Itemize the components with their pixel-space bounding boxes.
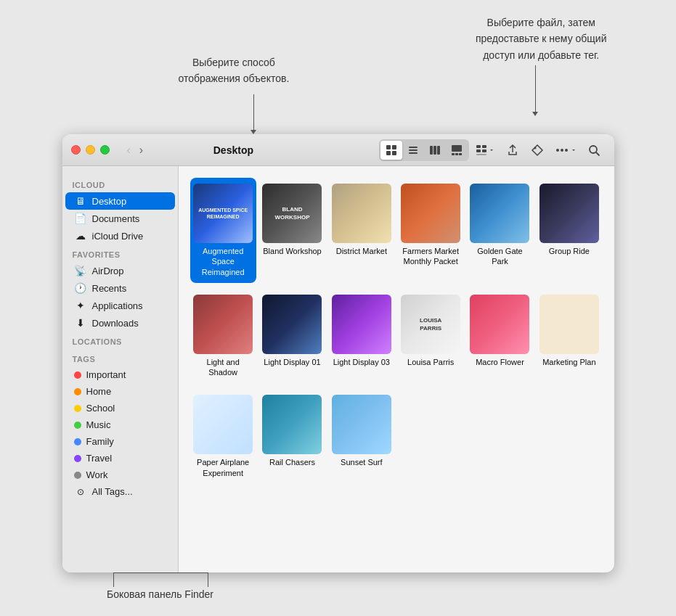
file-item-augmented[interactable]: Augmented Space Reimagined <box>190 178 256 283</box>
tooltip-top-left: Выберите способ отображения объектов. <box>179 54 290 87</box>
airdrop-icon: 📡 <box>74 265 87 276</box>
sidebar-tag-music[interactable]: Music <box>65 416 175 433</box>
file-item-group[interactable]: Group Ride <box>536 178 602 283</box>
sidebar-tag-travel[interactable]: Travel <box>65 450 175 467</box>
svg-rect-14 <box>476 145 481 148</box>
file-grid: Augmented Space ReimaginedBland Workshop… <box>190 178 603 484</box>
group-button[interactable] <box>471 140 500 160</box>
file-thumb-light_shadow <box>193 295 253 354</box>
svg-point-22 <box>565 149 568 152</box>
file-item-rail[interactable]: Rail Chasers <box>259 389 325 484</box>
sidebar-item-desktop[interactable]: 🖥 Desktop <box>65 192 175 210</box>
file-name-light_display3: Light Display 03 <box>333 357 390 367</box>
view-column-button[interactable] <box>424 141 446 160</box>
file-thumb-light_display3 <box>332 295 391 354</box>
sidebar-tag-family[interactable]: Family <box>65 433 175 450</box>
file-item-light_display[interactable]: Light Display 01 <box>259 289 325 384</box>
file-thumb-louisa <box>401 295 460 354</box>
sidebar-recents-label: Recents <box>92 283 127 294</box>
sidebar-item-downloads[interactable]: ⬇ Downloads <box>65 314 175 332</box>
search-button[interactable] <box>583 139 606 160</box>
close-button[interactable] <box>71 145 81 155</box>
icloud-drive-icon: ☁ <box>74 230 87 242</box>
sidebar-tag-school[interactable]: School <box>65 400 175 416</box>
sidebar-item-recents[interactable]: 🕐 Recents <box>65 279 175 297</box>
family-tag-dot <box>74 438 81 445</box>
file-thumb-marketing <box>539 295 599 354</box>
applications-icon: ✦ <box>74 300 87 311</box>
svg-point-19 <box>534 147 537 149</box>
recents-icon: 🕐 <box>74 282 87 294</box>
file-name-light_display: Light Display 01 <box>264 357 320 367</box>
toolbar-right <box>379 139 606 161</box>
bottom-arrow-left <box>113 572 114 587</box>
view-icon-button[interactable] <box>380 141 402 160</box>
svg-rect-1 <box>392 145 396 149</box>
svg-rect-18 <box>476 154 486 155</box>
sidebar-locations-label: Locations <box>62 332 178 349</box>
svg-rect-17 <box>482 149 486 152</box>
file-item-district[interactable]: District Market <box>328 178 394 283</box>
sidebar-favorites-label: Favorites <box>62 245 178 262</box>
sidebar-tag-important[interactable]: Important <box>65 366 175 383</box>
content-area: iCloud 🖥 Desktop 📄 Documents ☁ iCloud Dr… <box>62 166 614 572</box>
file-name-macro: Macro Flower <box>476 357 524 367</box>
sidebar-item-airdrop[interactable]: 📡 AirDrop <box>65 262 175 279</box>
file-thumb-district <box>332 184 391 243</box>
travel-tag-dot <box>74 455 81 462</box>
sidebar-desktop-label: Desktop <box>92 196 127 207</box>
file-name-louisa: Louisa Parris <box>407 357 454 367</box>
file-item-golden[interactable]: Golden Gate Park <box>467 178 533 283</box>
sidebar-school-label: School <box>86 403 115 414</box>
minimize-button[interactable] <box>86 145 95 155</box>
sidebar-all-tags[interactable]: ⊙ All Tags... <box>65 483 175 500</box>
maximize-button[interactable] <box>100 145 110 155</box>
file-item-light_shadow[interactable]: Light and Shadow <box>190 289 256 384</box>
file-thumb-group <box>539 184 599 243</box>
more-button[interactable] <box>550 140 581 160</box>
svg-rect-6 <box>409 152 418 154</box>
sidebar-icloud-label: iCloud <box>62 175 178 192</box>
file-item-marketing[interactable]: Marketing Plan <box>536 289 602 384</box>
share-button[interactable] <box>501 139 524 160</box>
sidebar-item-applications[interactable]: ✦ Applications <box>65 297 175 314</box>
file-item-sunset[interactable]: Sunset Surf <box>328 389 394 484</box>
titlebar: ‹ › Desktop <box>62 134 614 166</box>
file-name-district: District Market <box>336 246 387 256</box>
desktop-icon: 🖥 <box>74 195 87 207</box>
forward-button[interactable]: › <box>137 142 146 158</box>
tooltip-left-arrow <box>253 94 254 131</box>
svg-rect-5 <box>409 149 418 151</box>
file-item-farmers[interactable]: Farmers Market Monthly Packet <box>398 178 464 283</box>
sidebar-item-icloud-drive[interactable]: ☁ iCloud Drive <box>65 227 175 245</box>
view-gallery-button[interactable] <box>446 141 468 160</box>
file-item-bland[interactable]: Bland Workshop <box>259 178 325 283</box>
sidebar-tag-home[interactable]: Home <box>65 383 175 400</box>
svg-rect-4 <box>409 147 418 148</box>
sidebar-tag-work[interactable]: Work <box>65 467 175 483</box>
file-item-light_display3[interactable]: Light Display 03 <box>328 289 394 384</box>
file-name-augmented: Augmented Space Reimagined <box>193 246 253 277</box>
file-item-paper[interactable]: Paper Airplane Experiment <box>190 389 256 484</box>
back-button[interactable]: ‹ <box>124 142 134 158</box>
important-tag-dot <box>74 371 81 379</box>
sidebar-important-label: Important <box>86 369 126 380</box>
svg-rect-12 <box>455 153 458 155</box>
bottom-arrow-line <box>113 572 208 573</box>
sidebar-item-documents[interactable]: 📄 Documents <box>65 210 175 227</box>
music-tag-dot <box>74 422 81 429</box>
path-title: Desktop <box>152 144 314 156</box>
file-thumb-light_display <box>262 295 322 354</box>
view-list-button[interactable] <box>402 141 424 160</box>
file-item-macro[interactable]: Macro Flower <box>467 289 533 384</box>
svg-point-20 <box>556 149 559 152</box>
tag-button[interactable] <box>526 139 549 160</box>
svg-point-23 <box>590 146 597 153</box>
file-item-louisa[interactable]: Louisa Parris <box>398 289 464 384</box>
all-tags-icon: ⊙ <box>74 487 87 497</box>
svg-line-24 <box>596 152 600 156</box>
sidebar-airdrop-label: AirDrop <box>92 266 124 276</box>
file-name-sunset: Sunset Surf <box>341 457 382 467</box>
svg-rect-2 <box>386 151 391 155</box>
sidebar-all-tags-label: All Tags... <box>92 486 133 497</box>
